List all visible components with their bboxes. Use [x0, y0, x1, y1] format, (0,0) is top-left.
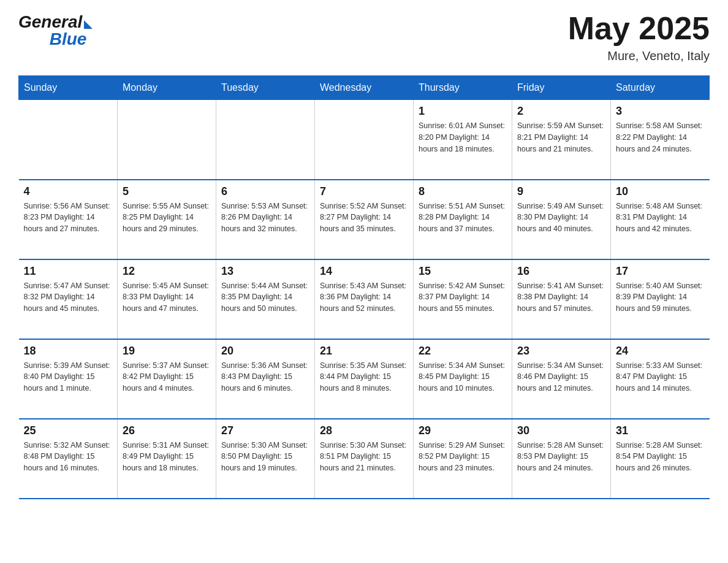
col-monday: Monday	[118, 76, 216, 100]
calendar-week-row: 25Sunrise: 5:32 AM Sunset: 8:48 PM Dayli…	[19, 419, 710, 499]
day-number: 12	[123, 265, 211, 278]
day-number: 8	[419, 185, 507, 198]
day-info: Sunrise: 5:34 AM Sunset: 8:45 PM Dayligh…	[419, 360, 507, 394]
col-wednesday: Wednesday	[315, 76, 414, 100]
table-row: 20Sunrise: 5:36 AM Sunset: 8:43 PM Dayli…	[216, 339, 315, 419]
day-info: Sunrise: 5:48 AM Sunset: 8:31 PM Dayligh…	[616, 201, 705, 235]
day-number: 6	[221, 185, 309, 198]
calendar-week-row: 18Sunrise: 5:39 AM Sunset: 8:40 PM Dayli…	[19, 339, 710, 419]
day-number: 13	[221, 265, 309, 278]
day-info: Sunrise: 5:55 AM Sunset: 8:25 PM Dayligh…	[123, 201, 211, 235]
day-number: 20	[221, 345, 309, 358]
month-year-title: May 2025	[568, 12, 710, 44]
day-number: 25	[24, 424, 113, 437]
day-number: 31	[616, 424, 705, 437]
table-row: 22Sunrise: 5:34 AM Sunset: 8:45 PM Dayli…	[414, 339, 512, 419]
day-number: 15	[419, 265, 507, 278]
table-row: 14Sunrise: 5:43 AM Sunset: 8:36 PM Dayli…	[315, 259, 414, 339]
table-row: 19Sunrise: 5:37 AM Sunset: 8:42 PM Dayli…	[118, 339, 216, 419]
day-number: 28	[320, 424, 408, 437]
day-info: Sunrise: 5:56 AM Sunset: 8:23 PM Dayligh…	[24, 201, 113, 235]
table-row: 25Sunrise: 5:32 AM Sunset: 8:48 PM Dayli…	[19, 419, 118, 499]
day-number: 5	[123, 185, 211, 198]
day-number: 23	[517, 345, 605, 358]
day-info: Sunrise: 5:39 AM Sunset: 8:40 PM Dayligh…	[24, 360, 113, 394]
table-row: 9Sunrise: 5:49 AM Sunset: 8:30 PM Daylig…	[512, 180, 611, 259]
day-number: 17	[616, 265, 705, 278]
table-row: 23Sunrise: 5:34 AM Sunset: 8:46 PM Dayli…	[512, 339, 611, 419]
table-row: 1Sunrise: 6:01 AM Sunset: 8:20 PM Daylig…	[414, 100, 512, 180]
logo-underscore	[20, 29, 48, 49]
day-number: 11	[24, 265, 113, 278]
table-row: 28Sunrise: 5:30 AM Sunset: 8:51 PM Dayli…	[315, 419, 414, 499]
table-row: 10Sunrise: 5:48 AM Sunset: 8:31 PM Dayli…	[611, 180, 710, 259]
table-row: 16Sunrise: 5:41 AM Sunset: 8:38 PM Dayli…	[512, 259, 611, 339]
day-number: 14	[320, 265, 408, 278]
day-number: 16	[517, 265, 605, 278]
table-row	[216, 100, 315, 180]
table-row	[19, 100, 118, 180]
table-row: 26Sunrise: 5:31 AM Sunset: 8:49 PM Dayli…	[118, 419, 216, 499]
day-number: 29	[419, 424, 507, 437]
table-row: 31Sunrise: 5:28 AM Sunset: 8:54 PM Dayli…	[611, 419, 710, 499]
day-info: Sunrise: 5:43 AM Sunset: 8:36 PM Dayligh…	[320, 280, 408, 315]
col-thursday: Thursday	[414, 76, 512, 100]
table-row: 13Sunrise: 5:44 AM Sunset: 8:35 PM Dayli…	[216, 259, 315, 339]
day-info: Sunrise: 5:31 AM Sunset: 8:49 PM Dayligh…	[123, 440, 211, 474]
table-row: 29Sunrise: 5:29 AM Sunset: 8:52 PM Dayli…	[414, 419, 512, 499]
day-info: Sunrise: 5:47 AM Sunset: 8:32 PM Dayligh…	[24, 280, 113, 315]
table-row: 27Sunrise: 5:30 AM Sunset: 8:50 PM Dayli…	[216, 419, 315, 499]
col-saturday: Saturday	[611, 76, 710, 100]
table-row: 11Sunrise: 5:47 AM Sunset: 8:32 PM Dayli…	[19, 259, 118, 339]
col-tuesday: Tuesday	[216, 76, 315, 100]
day-number: 3	[616, 105, 705, 118]
table-row	[118, 100, 216, 180]
day-number: 19	[123, 345, 211, 358]
day-info: Sunrise: 5:34 AM Sunset: 8:46 PM Dayligh…	[517, 360, 605, 394]
calendar-week-row: 11Sunrise: 5:47 AM Sunset: 8:32 PM Dayli…	[19, 259, 710, 339]
table-row: 5Sunrise: 5:55 AM Sunset: 8:25 PM Daylig…	[118, 180, 216, 259]
day-number: 18	[24, 345, 113, 358]
day-info: Sunrise: 5:59 AM Sunset: 8:21 PM Dayligh…	[517, 120, 605, 155]
day-info: Sunrise: 5:44 AM Sunset: 8:35 PM Dayligh…	[221, 280, 309, 315]
page-header: General Blue May 2025 Mure, Veneto, Ital…	[18, 12, 710, 63]
day-info: Sunrise: 5:40 AM Sunset: 8:39 PM Dayligh…	[616, 280, 705, 315]
table-row: 4Sunrise: 5:56 AM Sunset: 8:23 PM Daylig…	[19, 180, 118, 259]
table-row: 12Sunrise: 5:45 AM Sunset: 8:33 PM Dayli…	[118, 259, 216, 339]
day-number: 30	[517, 424, 605, 437]
day-info: Sunrise: 5:28 AM Sunset: 8:54 PM Dayligh…	[616, 440, 705, 474]
table-row: 18Sunrise: 5:39 AM Sunset: 8:40 PM Dayli…	[19, 339, 118, 419]
day-number: 24	[616, 345, 705, 358]
day-info: Sunrise: 5:51 AM Sunset: 8:28 PM Dayligh…	[419, 201, 507, 235]
table-row: 2Sunrise: 5:59 AM Sunset: 8:21 PM Daylig…	[512, 100, 611, 180]
day-info: Sunrise: 5:32 AM Sunset: 8:48 PM Dayligh…	[24, 440, 113, 474]
table-row: 21Sunrise: 5:35 AM Sunset: 8:44 PM Dayli…	[315, 339, 414, 419]
table-row: 24Sunrise: 5:33 AM Sunset: 8:47 PM Dayli…	[611, 339, 710, 419]
day-info: Sunrise: 6:01 AM Sunset: 8:20 PM Dayligh…	[419, 120, 507, 155]
day-info: Sunrise: 5:30 AM Sunset: 8:50 PM Dayligh…	[221, 440, 309, 474]
logo: General Blue	[18, 12, 93, 49]
day-info: Sunrise: 5:53 AM Sunset: 8:26 PM Dayligh…	[221, 201, 309, 235]
logo-blue-text: Blue	[50, 29, 87, 49]
day-number: 9	[517, 185, 605, 198]
day-info: Sunrise: 5:45 AM Sunset: 8:33 PM Dayligh…	[123, 280, 211, 315]
day-number: 7	[320, 185, 408, 198]
day-number: 4	[24, 185, 113, 198]
day-info: Sunrise: 5:35 AM Sunset: 8:44 PM Dayligh…	[320, 360, 408, 394]
logo-arrow-icon	[84, 20, 93, 29]
day-info: Sunrise: 5:29 AM Sunset: 8:52 PM Dayligh…	[419, 440, 507, 474]
day-info: Sunrise: 5:28 AM Sunset: 8:53 PM Dayligh…	[517, 440, 605, 474]
table-row: 17Sunrise: 5:40 AM Sunset: 8:39 PM Dayli…	[611, 259, 710, 339]
day-info: Sunrise: 5:52 AM Sunset: 8:27 PM Dayligh…	[320, 201, 408, 235]
table-row: 6Sunrise: 5:53 AM Sunset: 8:26 PM Daylig…	[216, 180, 315, 259]
day-number: 22	[419, 345, 507, 358]
day-info: Sunrise: 5:42 AM Sunset: 8:37 PM Dayligh…	[419, 280, 507, 315]
calendar-table: Sunday Monday Tuesday Wednesday Thursday…	[18, 75, 710, 499]
day-number: 26	[123, 424, 211, 437]
day-info: Sunrise: 5:37 AM Sunset: 8:42 PM Dayligh…	[123, 360, 211, 394]
day-number: 10	[616, 185, 705, 198]
calendar-week-row: 1Sunrise: 6:01 AM Sunset: 8:20 PM Daylig…	[19, 100, 710, 180]
day-info: Sunrise: 5:33 AM Sunset: 8:47 PM Dayligh…	[616, 360, 705, 394]
day-number: 2	[517, 105, 605, 118]
day-info: Sunrise: 5:58 AM Sunset: 8:22 PM Dayligh…	[616, 120, 705, 155]
